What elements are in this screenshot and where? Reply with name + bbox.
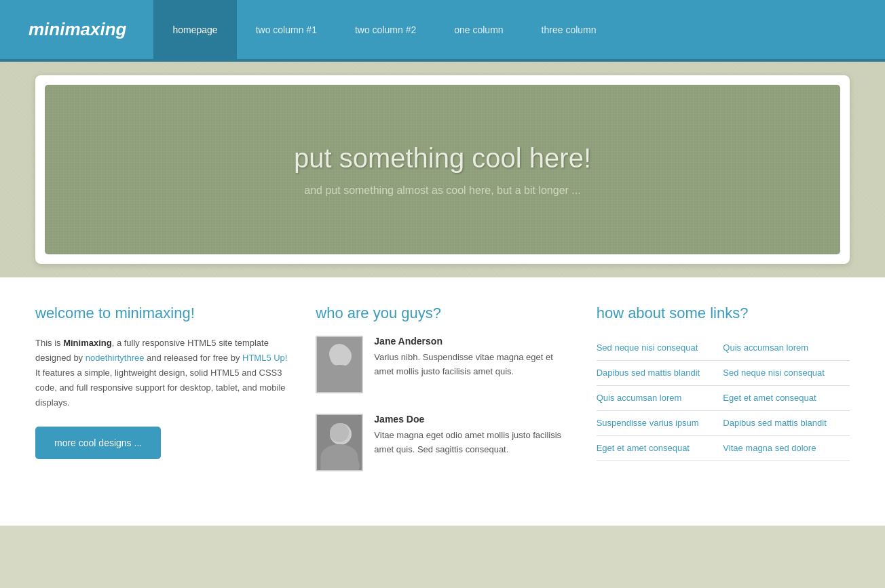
brand-name: Minimaxing (63, 338, 112, 348)
link-anchor[interactable]: Dapibus sed mattis blandit (597, 368, 700, 378)
svg-point-2 (322, 374, 360, 393)
hero-subtitle: and put something almost as cool here, b… (304, 184, 580, 197)
column-links: how about some links? Sed neque nisi con… (597, 305, 850, 492)
link-item: Sed neque nisi consequat (723, 361, 850, 386)
links-title: how about some links? (597, 305, 850, 322)
link-anchor[interactable]: Sed neque nisi consequat (597, 342, 698, 353)
avatar-male (316, 414, 363, 471)
svg-point-6 (330, 423, 352, 445)
svg-point-3 (335, 352, 339, 356)
text-mid2: and released for free by (144, 353, 242, 363)
html5up-link[interactable]: HTML5 Up! (242, 353, 287, 363)
svg-point-7 (322, 452, 360, 471)
more-designs-button[interactable]: more cool designs ... (35, 427, 161, 459)
welcome-text: This is Minimaxing, a fully responsive H… (35, 336, 288, 410)
nav-item-homepage[interactable]: homepage (153, 0, 236, 59)
link-item: Quis accumsan lorem (597, 386, 723, 411)
link-anchor[interactable]: Eget et amet consequat (597, 443, 690, 453)
svg-point-1 (330, 345, 352, 367)
avatar-female (316, 336, 363, 393)
link-item: Sed neque nisi consequat (597, 336, 723, 361)
link-anchor[interactable]: Suspendisse varius ipsum (597, 418, 699, 428)
link-item: Quis accumsan lorem (723, 336, 850, 361)
content-inner: welcome to minimaxing! This is Minimaxin… (35, 305, 850, 492)
link-item: Dapibus sed mattis blandit (597, 361, 723, 386)
text-prefix: This is (35, 338, 63, 348)
hero-title: put something cool here! (294, 143, 591, 174)
person-name: James Doe (374, 414, 569, 425)
svg-point-8 (335, 430, 339, 434)
nav-item-one-column[interactable]: one column (435, 0, 522, 59)
hero-wrapper: put something cool here! and put somethi… (35, 75, 850, 264)
svg-point-4 (342, 352, 346, 356)
welcome-title: welcome to minimaxing! (35, 305, 288, 322)
link-item: Suspendisse varius ipsum (597, 411, 723, 436)
link-anchor[interactable]: Quis accumsan lorem (723, 342, 808, 353)
svg-point-9 (342, 430, 346, 434)
person-name: Jane Anderson (374, 336, 569, 347)
logo[interactable]: minimaxing (22, 0, 153, 59)
nav: homepagetwo column #1two column #2one co… (153, 0, 863, 59)
link-anchor[interactable]: Quis accumsan lorem (597, 393, 682, 403)
link-item: Dapibus sed mattis blandit (723, 411, 850, 436)
content-section: welcome to minimaxing! This is Minimaxin… (0, 277, 885, 526)
link-item: Vitae magna sed dolore (723, 436, 850, 461)
column-welcome: welcome to minimaxing! This is Minimaxin… (35, 305, 288, 492)
hero-background: put something cool here! and put somethi… (0, 62, 885, 277)
person-bio: Vitae magna eget odio amet mollis justo … (374, 429, 569, 457)
nav-item-three-column[interactable]: three column (523, 0, 616, 59)
nav-item-two-column-1[interactable]: two column #1 (237, 0, 336, 59)
people-title: who are you guys? (316, 305, 569, 322)
hero-banner: put something cool here! and put somethi… (45, 85, 840, 254)
link-anchor[interactable]: Vitae magna sed dolore (723, 443, 816, 453)
header: minimaxing homepagetwo column #1two colu… (0, 0, 885, 62)
person-info: Jane AndersonVarius nibh. Suspendisse vi… (374, 336, 569, 379)
person-item: Jane AndersonVarius nibh. Suspendisse vi… (316, 336, 569, 393)
link-anchor[interactable]: Eget et amet consequat (723, 393, 816, 403)
person-item: James DoeVitae magna eget odio amet moll… (316, 414, 569, 471)
links-grid: Sed neque nisi consequatQuis accumsan lo… (597, 336, 850, 461)
link-item: Eget et amet consequat (723, 386, 850, 411)
text-suffix: It features a simple, lightweight design… (35, 368, 286, 408)
nodethirtythree-link[interactable]: nodethirtythree (86, 353, 145, 363)
link-item: Eget et amet consequat (597, 436, 723, 461)
people-list: Jane AndersonVarius nibh. Suspendisse vi… (316, 336, 569, 471)
column-people: who are you guys? Jane AndersonVarius ni… (316, 305, 569, 492)
nav-item-two-column-2[interactable]: two column #2 (336, 0, 435, 59)
link-anchor[interactable]: Sed neque nisi consequat (723, 368, 825, 378)
person-bio: Varius nibh. Suspendisse vitae magna ege… (374, 351, 569, 379)
person-info: James DoeVitae magna eget odio amet moll… (374, 414, 569, 457)
svg-rect-0 (317, 337, 363, 393)
link-anchor[interactable]: Dapibus sed mattis blandit (723, 418, 826, 428)
